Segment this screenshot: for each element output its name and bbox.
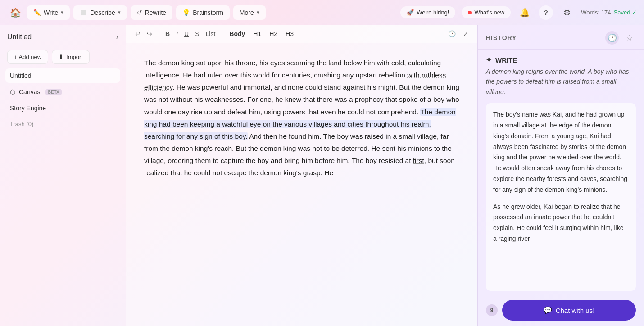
sidebar-title: Untitled [7, 33, 32, 41]
write-label: Write [44, 9, 58, 16]
panel-bottom: 9 💬 Chat with us! [478, 294, 644, 326]
whats-new-button[interactable]: What's new [462, 6, 511, 18]
saved-status: Saved ✓ [614, 9, 637, 16]
words-count: Words: 174 [581, 9, 611, 16]
editor-area: ↩ ↪ B I U S List Body H1 H2 H3 🕐 ⤢ The d… [126, 25, 477, 326]
editor-toolbar: ↩ ↪ B I U S List Body H1 H2 H3 🕐 ⤢ [126, 25, 477, 43]
add-new-label: + Add new [14, 54, 41, 60]
sidebar-actions: + Add new ⬇ Import [5, 47, 120, 67]
write-arrow-icon: ▾ [61, 9, 63, 15]
his-underline: his [259, 59, 268, 67]
h2-format-button[interactable]: H2 [267, 29, 280, 38]
right-panel-icon-group: 🕐 ☆ [605, 31, 636, 45]
write-section-prompt: A demon king reigns over the world. A bo… [486, 67, 636, 97]
sidebar-item-trash-label: Trash (0) [10, 121, 33, 127]
more-label: More [240, 9, 254, 16]
brainstorm-button[interactable]: 💡 Brainstorm [176, 5, 230, 20]
nav-right-section: 🚀 We're hiring! What's new 🔔 ? ⚙ Words: … [400, 5, 637, 20]
sidebar-item-story-engine-label: Story Engine [10, 104, 46, 112]
bell-button[interactable]: 🔔 [517, 5, 532, 20]
right-panel: HISTORY 🕐 ☆ ✦ WRITE A demon king reigns … [477, 25, 644, 326]
more-arrow-icon: ▾ [257, 9, 259, 15]
hiring-icon: 🚀 [407, 9, 414, 16]
right-panel-header: HISTORY 🕐 ☆ [478, 25, 644, 50]
rewrite-icon: ↺ [137, 9, 142, 16]
describe-icon: ◻️ [80, 9, 87, 16]
canvas-beta-badge: BETA [45, 89, 61, 95]
history-paragraph-1: The boy's name was Kai, and he had grown… [493, 109, 629, 195]
favorites-tab-button[interactable]: ☆ [622, 31, 636, 45]
write-section: ✦ WRITE A demon king reigns over the wor… [478, 50, 644, 100]
chat-label: Chat with us! [556, 307, 595, 314]
sidebar-item-untitled[interactable]: Untitled [5, 68, 120, 83]
that-he-underline: that he [171, 169, 192, 177]
chat-button[interactable]: 💬 Chat with us! [502, 300, 636, 321]
chat-icon: 💬 [544, 306, 552, 314]
sidebar-item-story-engine[interactable]: Story Engine [5, 101, 120, 115]
badge-count: 9 [486, 304, 498, 316]
settings-button[interactable]: ⚙ [559, 5, 575, 20]
body-format-button[interactable]: Body [227, 29, 248, 38]
describe-label: Describe [90, 9, 115, 16]
top-navigation: 🏠 ✏️ Write ▾ ◻️ Describe ▾ ↺ Rewrite 💡 B… [0, 0, 644, 25]
sidebar-header: Untitled › [5, 30, 120, 45]
describe-button[interactable]: ◻️ Describe ▾ [73, 5, 127, 20]
sidebar-item-canvas-label: Canvas [19, 88, 40, 95]
words-count-info: Words: 174 Saved ✓ [581, 9, 637, 16]
settings-icon: ⚙ [563, 8, 571, 18]
add-new-button[interactable]: + Add new [7, 50, 48, 64]
undo-button[interactable]: ↩ [133, 29, 142, 38]
help-button[interactable]: ? [539, 5, 553, 20]
bell-icon: 🔔 [520, 8, 530, 18]
ruthless-efficiency-underline: with ruthless efficiency [144, 71, 446, 91]
hiring-label: We're hiring! [417, 9, 449, 16]
main-layout: Untitled › + Add new ⬇ Import Untitled ⬡… [0, 25, 644, 326]
toolbar-right-icons: 🕐 ⤢ [446, 29, 470, 38]
rewrite-button[interactable]: ↺ Rewrite [131, 5, 172, 20]
rewrite-label: Rewrite [145, 9, 166, 16]
history-content-box[interactable]: The boy's name was Kai, and he had grown… [486, 103, 636, 291]
sidebar: Untitled › + Add new ⬇ Import Untitled ⬡… [0, 25, 126, 326]
describe-arrow-icon: ▾ [118, 9, 121, 15]
import-label: Import [66, 54, 83, 60]
home-button[interactable]: 🏠 [7, 5, 23, 21]
expand-icon-button[interactable]: ⤢ [461, 29, 470, 38]
history-paragraph-2: As he grew older, Kai began to realize t… [493, 202, 629, 244]
brainstorm-icon: 💡 [182, 9, 190, 16]
brainstorm-label: Brainstorm [193, 9, 223, 16]
whats-new-dot-icon [468, 11, 472, 14]
sidebar-item-untitled-label: Untitled [10, 72, 31, 79]
history-tab-button[interactable]: 🕐 [605, 31, 619, 45]
more-button[interactable]: More ▾ [233, 5, 266, 20]
editor-content[interactable]: The demon king sat upon his throne, his … [126, 43, 477, 326]
write-section-icon: ✦ [486, 56, 492, 64]
write-section-title: ✦ WRITE [486, 56, 636, 64]
italic-button[interactable]: I [174, 29, 180, 38]
first-underline: first, [413, 157, 426, 164]
write-icon: ✏️ [33, 9, 41, 16]
sidebar-collapse-button[interactable]: › [116, 33, 118, 41]
write-button[interactable]: ✏️ Write ▾ [27, 5, 70, 20]
bold-button[interactable]: B [163, 29, 172, 38]
hiring-button[interactable]: 🚀 We're hiring! [400, 6, 455, 18]
sidebar-item-trash[interactable]: Trash (0) [5, 117, 120, 131]
redo-button[interactable]: ↪ [145, 29, 154, 38]
right-panel-title: HISTORY [486, 34, 517, 41]
toolbar-separator-2 [222, 30, 222, 38]
write-section-label: WRITE [495, 56, 517, 64]
strikethrough-button[interactable]: S [193, 29, 201, 38]
underline-button[interactable]: U [182, 29, 190, 38]
sidebar-item-canvas[interactable]: ⬡ Canvas BETA [5, 85, 120, 99]
import-icon: ⬇ [59, 54, 63, 60]
toolbar-separator-1 [159, 30, 159, 38]
watchful-eye-highlight: The demon king had been keeping a watchf… [144, 108, 456, 140]
h3-format-button[interactable]: H3 [283, 29, 296, 38]
whats-new-label: What's new [474, 9, 504, 16]
history-icon-button[interactable]: 🕐 [446, 29, 458, 38]
import-button[interactable]: ⬇ Import [52, 50, 90, 64]
list-button[interactable]: List [204, 29, 217, 38]
h1-format-button[interactable]: H1 [250, 29, 264, 38]
canvas-icon: ⬡ [10, 88, 15, 95]
